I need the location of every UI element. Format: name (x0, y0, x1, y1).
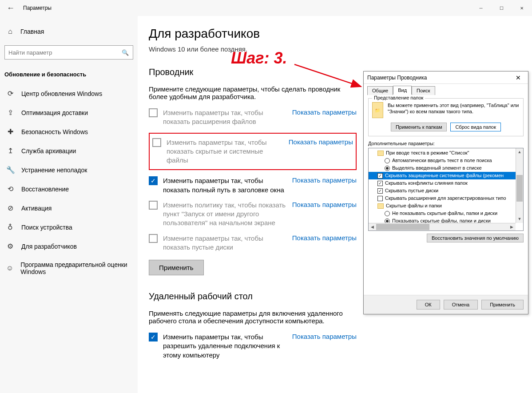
show-settings-link[interactable]: Показать параметры (289, 138, 353, 146)
wrench-icon: 🔧 (6, 166, 14, 174)
reset-folders-button[interactable]: Сброс вида папок (450, 123, 501, 131)
restore-defaults-button[interactable]: Восстановить значения по умолчанию (427, 234, 524, 242)
dialog-title: Параметры Проводника (367, 75, 512, 81)
shield-icon: ✚ (6, 127, 14, 136)
step-annotation: Шаг: 3. (231, 49, 287, 67)
tree-item[interactable]: Автоматически вводить текст в поле поиск… (369, 157, 523, 164)
checkbox[interactable] (149, 108, 158, 117)
scroll-up-icon[interactable]: ▲ (516, 148, 523, 156)
option-label: Изменить параметры так, чтобы показать р… (163, 108, 292, 127)
show-settings-link[interactable]: Показать параметры (292, 176, 357, 184)
tree-item[interactable]: Скрытые файлы и папки (369, 202, 523, 210)
explorer-option-empty-drives: Измените параметры так, чтобы показать п… (149, 234, 357, 252)
folder-icon: 📁 (372, 102, 383, 118)
scroll-down-icon[interactable]: ▼ (516, 215, 523, 223)
sidebar: ⌂ Главная 🔍 Обновление и безопасность ⟳Ц… (0, 16, 138, 393)
tree-item[interactable]: Скрывать пустые диски (369, 187, 523, 195)
rdp-desc: Применять следующие параметры для включе… (149, 310, 344, 325)
rdp-option-allow: ✓ Изменить параметры так, чтобы разрешит… (149, 333, 357, 360)
option-label: Изменить политику так, чтобы показать пу… (163, 201, 292, 228)
sidebar-item-windows-security[interactable]: ✚Безопасность Windows (0, 122, 138, 141)
tree-item-hide-protected-files[interactable]: Скрывать защищенные системные файлы (рек… (369, 172, 523, 179)
search-box[interactable]: 🔍 (4, 45, 133, 60)
show-settings-link[interactable]: Показать параметры (292, 333, 357, 340)
tree-item[interactable]: Не показывать скрытые файлы, папки и дис… (369, 210, 523, 217)
horizontal-scrollbar[interactable]: ◀ ▶ (369, 223, 516, 230)
check-icon (377, 181, 383, 186)
tree-item[interactable]: Скрывать конфликты слияния папок (369, 179, 523, 187)
page-title: Для разработчиков (149, 27, 532, 41)
sidebar-item-troubleshoot[interactable]: 🔧Устранение неполадок (0, 160, 138, 179)
apply-button[interactable]: Применить (149, 260, 204, 275)
minimize-button[interactable]: ─ (471, 0, 491, 16)
search-input[interactable] (5, 49, 118, 56)
explorer-desc: Примените следующие параметры, чтобы сде… (149, 85, 344, 100)
show-settings-link[interactable]: Показать параметры (292, 108, 357, 116)
radio-icon (385, 211, 390, 216)
window-title: Параметры (21, 5, 471, 11)
explorer-option-run-as-user: Изменить политику так, чтобы показать пу… (149, 201, 357, 228)
sidebar-item-windows-update[interactable]: ⟳Центр обновления Windows (0, 84, 138, 103)
dialog-footer: ОК Отмена Применить (364, 295, 528, 314)
advanced-settings-tree[interactable]: При вводе текста в режиме "Список" Автом… (368, 148, 524, 231)
dialog-close-button[interactable]: ✕ (512, 74, 524, 81)
sidebar-item-insider[interactable]: ☺Программа предварительной оценки Window… (0, 256, 138, 281)
check-icon (377, 173, 383, 179)
explorer-option-extensions: Изменить параметры так, чтобы показать р… (149, 108, 357, 127)
apply-button[interactable]: Применить (481, 300, 524, 310)
sidebar-item-developers[interactable]: ⚙Для разработчиков (0, 237, 138, 256)
folder-icon (377, 203, 384, 209)
tree-item[interactable]: При вводе текста в режиме "Список" (369, 149, 523, 157)
checkbox[interactable]: ✓ (149, 176, 158, 185)
back-button[interactable]: ← (0, 0, 21, 16)
delivery-icon: ⇪ (6, 108, 14, 117)
radio-icon (385, 158, 390, 163)
checkbox[interactable] (149, 234, 158, 243)
tree-item[interactable]: Выделять введенный элемент в списке (369, 164, 523, 172)
vertical-scrollbar[interactable]: ▲ ▼ (516, 148, 523, 223)
close-button[interactable]: ✕ (512, 0, 532, 16)
option-label: Изменить параметры так, чтобы разрешить … (163, 333, 292, 360)
recovery-icon: ⟲ (6, 185, 14, 193)
scroll-right-icon[interactable]: ▶ (508, 223, 516, 230)
ok-button[interactable]: ОК (417, 300, 440, 310)
folder-view-fieldset: Представление папок 📁 Вы можете применит… (368, 98, 524, 136)
highlighted-option: Изменить параметры так, чтобы показать с… (149, 133, 357, 171)
check-icon (377, 196, 383, 201)
home-label: Главная (20, 28, 44, 35)
sidebar-item-find-device[interactable]: ♁Поиск устройства (0, 218, 138, 237)
checkbox[interactable]: ✓ (149, 333, 158, 341)
home-link[interactable]: ⌂ Главная (0, 24, 138, 39)
sync-icon: ⟳ (6, 89, 14, 98)
sidebar-item-recovery[interactable]: ⟲Восстановление (0, 179, 138, 198)
maximize-button[interactable]: ☐ (491, 0, 512, 16)
checkbox[interactable] (152, 138, 161, 147)
titlebar: ← Параметры ─ ☐ ✕ (0, 0, 532, 16)
checkbox[interactable] (149, 201, 158, 210)
backup-icon: ↥ (6, 147, 14, 155)
option-label: Измените параметры так, чтобы показать п… (163, 234, 292, 252)
tree-item[interactable]: Скрывать расширения для зарегистрированн… (369, 195, 523, 202)
show-settings-link[interactable]: Показать параметры (292, 234, 357, 242)
folder-options-dialog: Параметры Проводника ✕ Общие Вид Поиск П… (363, 71, 528, 314)
cancel-button[interactable]: Отмена (444, 300, 478, 310)
insider-icon: ☺ (6, 264, 13, 272)
scroll-thumb[interactable] (516, 175, 523, 202)
tab-view[interactable]: Вид (393, 86, 412, 95)
fieldset-legend: Представление папок (372, 95, 425, 100)
show-settings-link[interactable]: Показать параметры (292, 201, 357, 208)
sidebar-item-delivery-optimization[interactable]: ⇪Оптимизация доставки (0, 103, 138, 122)
home-icon: ⌂ (6, 28, 14, 36)
apply-to-folders-button[interactable]: Применить к папкам (391, 123, 447, 131)
sidebar-item-activation[interactable]: ⊘Активация (0, 198, 138, 218)
dialog-titlebar[interactable]: Параметры Проводника ✕ (364, 71, 528, 84)
advanced-label: Дополнительные параметры: (368, 141, 524, 146)
search-icon: 🔍 (118, 49, 133, 56)
scroll-thumb[interactable] (376, 224, 429, 230)
find-device-icon: ♁ (6, 223, 14, 231)
sidebar-item-backup[interactable]: ↥Служба архивации (0, 141, 138, 160)
tab-search[interactable]: Поиск (412, 86, 435, 95)
radio-icon (385, 166, 390, 171)
scroll-left-icon[interactable]: ◀ (369, 223, 376, 230)
tab-general[interactable]: Общие (367, 86, 393, 95)
